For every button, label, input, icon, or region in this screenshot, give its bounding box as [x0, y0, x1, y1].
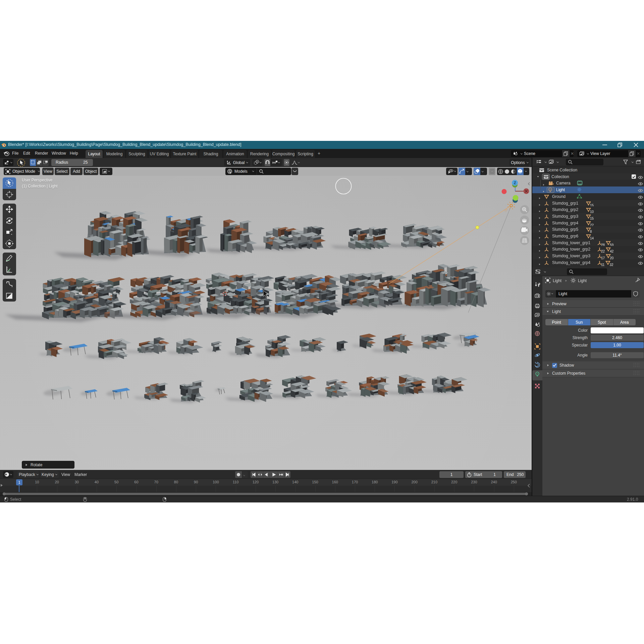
svg-text:Z: Z [514, 181, 516, 185]
